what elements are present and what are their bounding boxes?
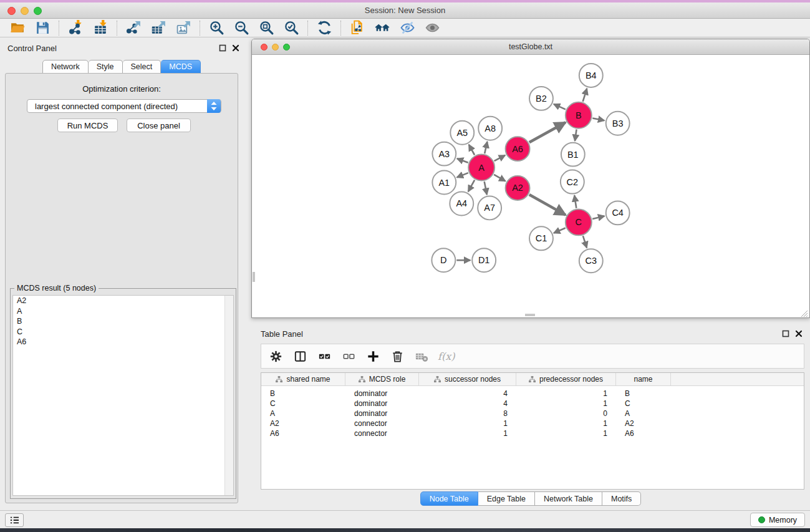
float-panel-icon[interactable]	[219, 44, 226, 52]
resize-grip-icon[interactable]	[801, 309, 808, 316]
table-body: Bdominator41BCdominator41CAdominator80AA…	[261, 386, 804, 438]
column-header-name[interactable]: name	[616, 373, 671, 385]
result-item[interactable]: C	[13, 327, 233, 337]
columns-icon[interactable]	[292, 348, 308, 364]
column-header-successor-nodes[interactable]: successor nodes	[419, 373, 516, 385]
edge-A-A3[interactable]	[457, 158, 468, 162]
tab-mcds[interactable]: MCDS	[161, 60, 201, 74]
edge-A-A5[interactable]	[469, 145, 475, 155]
run-mcds-button[interactable]: Run MCDS	[57, 118, 118, 132]
network-document-icon[interactable]	[345, 19, 370, 37]
import-network-icon[interactable]	[63, 19, 88, 37]
network-canvas[interactable]: ABCA6A2A5A8A3A1A4A7B2B4B3B1C2C4C1C3DD1	[252, 56, 809, 317]
column-header-MCDS-role[interactable]: MCDS role	[345, 373, 419, 385]
edge-C-C1[interactable]	[554, 228, 566, 233]
edge-B-B2[interactable]	[554, 104, 566, 110]
home-icon[interactable]	[370, 19, 395, 37]
optimization-criterion-label: Optimization criterion:	[6, 84, 238, 94]
tab-motifs[interactable]: Motifs	[602, 491, 641, 506]
edge-C-C2[interactable]	[574, 195, 576, 208]
settings-icon[interactable]	[268, 348, 284, 364]
tab-select[interactable]: Select	[123, 60, 162, 74]
save-session-icon[interactable]	[30, 19, 55, 37]
edge-A-A7[interactable]	[485, 181, 487, 195]
close-panel-button[interactable]: Close panel	[127, 118, 191, 132]
open-session-icon[interactable]	[5, 19, 30, 37]
table-cell: C	[616, 399, 671, 408]
zoom-in-icon[interactable]	[204, 19, 229, 37]
mcds-result-group: MCDS result (5 nodes) A2ABCA6	[10, 288, 236, 499]
import-table-icon[interactable]	[88, 19, 113, 37]
table-row[interactable]: Cdominator41C	[261, 399, 804, 409]
table-row[interactable]: A2connector11A2	[261, 418, 804, 428]
edge-A-A2[interactable]	[494, 175, 505, 181]
zoom-out-icon[interactable]	[229, 19, 254, 37]
node-label-D1: D1	[478, 255, 489, 265]
table-cell: A6	[261, 429, 345, 438]
column-header-shared-name[interactable]: shared name	[261, 373, 345, 385]
export-table-icon[interactable]	[146, 19, 171, 37]
table-toolbar: f(x)	[261, 344, 804, 369]
table-cell: 4	[419, 389, 516, 398]
refresh-icon[interactable]	[312, 19, 337, 37]
zoom-selected-icon[interactable]	[279, 19, 304, 37]
zoom-fit-icon[interactable]	[254, 19, 279, 37]
export-network-icon[interactable]	[121, 19, 146, 37]
edge-A-A4[interactable]	[468, 180, 475, 192]
mcds-result-list[interactable]: A2ABCA6	[12, 295, 234, 496]
float-panel-icon[interactable]	[782, 330, 789, 337]
result-item[interactable]: A6	[13, 337, 233, 347]
edge-B-B3[interactable]	[592, 118, 604, 120]
table-row[interactable]: Adominator80A	[261, 409, 804, 418]
edge-A2-C[interactable]	[529, 195, 566, 215]
node-label-C2: C2	[567, 177, 578, 187]
tab-network-table[interactable]: Network Table	[535, 491, 602, 506]
delete-icon[interactable]	[389, 348, 405, 364]
edge-A-A1[interactable]	[457, 173, 468, 177]
edge-B-B4[interactable]	[583, 89, 587, 102]
delete-table-icon[interactable]	[413, 348, 430, 364]
result-scrollbar[interactable]	[224, 296, 233, 495]
node-label-B: B	[576, 110, 582, 120]
edge-A-A8[interactable]	[485, 142, 487, 153]
select-all-icon[interactable]	[316, 348, 332, 364]
network-window-titlebar[interactable]: testGlobe.txt	[252, 39, 809, 55]
hide-details-icon[interactable]	[395, 19, 420, 37]
deselect-all-icon[interactable]	[340, 348, 357, 364]
table-row[interactable]: Bdominator41B	[261, 389, 804, 399]
horizontal-scroll-indicator[interactable]	[525, 314, 535, 316]
table-cell: 1	[516, 399, 616, 408]
table-cell: A2	[261, 419, 345, 428]
result-item[interactable]: B	[13, 316, 233, 327]
column-header-predecessor-nodes[interactable]: predecessor nodes	[516, 373, 616, 385]
toolbar-separator	[200, 21, 200, 36]
criterion-dropdown[interactable]: largest connected component (directed)	[27, 99, 221, 113]
close-panel-icon[interactable]	[795, 330, 803, 337]
dropdown-spinner-icon	[207, 99, 221, 113]
memory-status-icon	[758, 516, 765, 523]
table-cell: dominator	[345, 399, 419, 408]
control-panel: Control Panel NetworkStyleSelectMCDS Opt…	[0, 37, 243, 510]
show-details-icon[interactable]	[420, 19, 445, 37]
memory-button[interactable]: Memory	[750, 513, 805, 527]
edge-C-C3[interactable]	[583, 236, 587, 248]
toolbar-separator	[117, 21, 117, 36]
toolbar-separator	[340, 21, 341, 36]
tab-network[interactable]: Network	[42, 60, 89, 74]
edge-A6-B[interactable]	[529, 122, 566, 142]
tab-node-table[interactable]: Node Table	[420, 491, 478, 506]
add-icon[interactable]	[365, 348, 381, 364]
tab-edge-table[interactable]: Edge Table	[478, 491, 535, 506]
edge-A-A6[interactable]	[494, 155, 506, 161]
task-history-button[interactable]	[5, 513, 24, 527]
tab-style[interactable]: Style	[89, 60, 123, 74]
result-item[interactable]: A	[13, 306, 233, 317]
close-panel-icon[interactable]	[232, 44, 239, 52]
export-image-icon[interactable]	[171, 19, 196, 37]
edge-C-C4[interactable]	[592, 216, 604, 219]
vertical-scroll-indicator[interactable]	[253, 272, 255, 282]
edge-B-B1[interactable]	[575, 129, 577, 140]
function-builder-icon[interactable]: f(x)	[438, 351, 455, 362]
table-row[interactable]: A6connector11A6	[261, 428, 804, 438]
result-item[interactable]: A2	[13, 296, 233, 306]
